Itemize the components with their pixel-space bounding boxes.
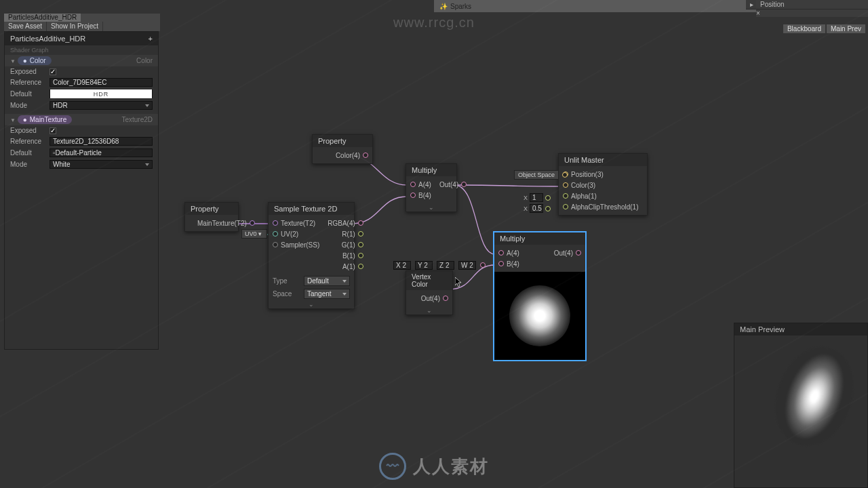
master-alpha-default[interactable]: X 1 (524, 193, 551, 202)
collapse-toggle[interactable]: ⌄ (406, 306, 452, 314)
dot-icon (562, 172, 568, 178)
port-label: RGBA(4) (328, 220, 355, 227)
port-b-in[interactable]: B(4) (498, 258, 536, 269)
alpha-value-field[interactable]: 1 (530, 193, 543, 202)
x-field[interactable]: X 2 (393, 261, 411, 270)
node-title: Unlit Master (559, 154, 647, 166)
space-label: Object Space (514, 170, 559, 180)
port-label: A(4) (507, 249, 519, 257)
port-alpha-in[interactable]: Alpha(1) (563, 190, 643, 201)
port-uv-in[interactable]: UV(2) (273, 228, 319, 239)
port-label: R(1) (342, 230, 355, 238)
port-label: G(1) (342, 241, 355, 249)
vector-default-chips: X 2 Y 2 Z 2 W 2 (393, 261, 486, 270)
port-alphaclip-in[interactable]: AlphaClipThreshold(1) (563, 201, 643, 212)
node-multiply-2[interactable]: Multiply A(4) B(4) Out(4) (494, 232, 586, 361)
node-unlit-master[interactable]: Unlit Master Position(3) Color(3) Alpha(… (558, 153, 648, 216)
watermark-logo: 〰 人人素材 (379, 453, 489, 480)
y-field[interactable]: Y 2 (415, 261, 433, 270)
port-label: AlphaClipThreshold(1) (571, 203, 639, 211)
port-label: B(4) (507, 260, 519, 268)
port-out[interactable]: Out(4) (544, 247, 581, 258)
port-r-out[interactable]: R(1) (328, 228, 363, 239)
port-color-out[interactable]: Color(4) (336, 150, 368, 161)
dot-icon (545, 195, 551, 201)
port-out[interactable]: Out(4) (421, 293, 448, 304)
node-title: Vertex Color (406, 271, 452, 290)
hierarchy-item-sparks[interactable]: ✨ Sparks (434, 1, 477, 12)
x-label: X (524, 205, 528, 212)
dot-icon (545, 206, 551, 211)
node-title: Multiply (406, 164, 456, 176)
port-label: B(1) (342, 252, 355, 260)
inspector-position: Position (756, 0, 868, 9)
port-label: UV(2) (281, 230, 298, 238)
collapse-toggle[interactable]: ⌄ (269, 300, 354, 308)
port-color-in[interactable]: Color(3) (563, 180, 643, 190)
position-label: Position (760, 1, 785, 8)
port-label: A(4) (418, 181, 431, 188)
watermark-text: 人人素材 (413, 455, 489, 479)
port-label: Position(3) (571, 171, 604, 178)
node-multiply-1[interactable]: Multiply A(4) B(4) Out(4) ⌄ (406, 163, 457, 212)
collapse-toggle[interactable]: ⌄ (406, 203, 456, 211)
type-label: Type (273, 277, 300, 285)
z-field[interactable]: Z 2 (437, 261, 454, 270)
node-title: Property (185, 203, 238, 215)
port-a-out[interactable]: A(1) (328, 261, 363, 272)
port-label: Out(4) (554, 249, 573, 257)
port-label: Alpha(1) (571, 192, 597, 200)
port-label: Out(4) (421, 295, 440, 302)
port-label: Color(4) (336, 152, 360, 159)
w-field[interactable]: W 2 (458, 261, 476, 270)
port-label: B(4) (418, 192, 431, 199)
sampletex-type-dropdown[interactable]: Default (304, 276, 350, 286)
port-label: Color(3) (571, 182, 595, 189)
port-label: A(1) (342, 263, 355, 270)
port-maintex-out[interactable]: MainTexture(T2) (197, 218, 255, 228)
node-title: Multiply (494, 232, 585, 245)
cursor-icon (455, 277, 463, 288)
port-out[interactable]: Out(4) (439, 179, 467, 190)
port-a-in[interactable]: A(4) (498, 247, 536, 258)
port-g-out[interactable]: G(1) (328, 239, 363, 250)
sampletex-space-dropdown[interactable]: Tangent (304, 289, 350, 299)
x-label: X (524, 195, 528, 201)
port-label: MainTexture(T2) (197, 220, 247, 227)
main-preview-viewport[interactable] (734, 336, 867, 487)
main-preview-title: Main Preview (734, 323, 867, 336)
node-title: Sample Texture 2D (269, 203, 354, 215)
clip-value-field[interactable]: 0.5 (530, 204, 543, 213)
node-vertex-color[interactable]: Vertex Color Out(4) ⌄ (406, 270, 453, 315)
node-property-maintex[interactable]: Property MainTexture(T2) (184, 202, 239, 232)
space-label: Space (273, 290, 300, 298)
port-label: Sampler(SS) (281, 241, 319, 249)
port-label: Texture(T2) (281, 220, 315, 227)
uv0-label: UV0 (245, 230, 257, 237)
vector-port-icon (480, 262, 486, 268)
port-b-out[interactable]: B(1) (328, 250, 363, 261)
port-position-in[interactable]: Position(3) (563, 169, 643, 180)
port-sampler-in[interactable]: Sampler(SS) (273, 239, 319, 250)
port-texture-in[interactable]: Texture(T2) (273, 218, 319, 228)
sparks-label: Sparks (450, 3, 471, 10)
port-b-in[interactable]: B(4) (410, 190, 431, 201)
node-property-color[interactable]: Property Color(4) (312, 134, 373, 164)
main-preview-panel[interactable]: Main Preview (734, 323, 868, 488)
master-clip-default[interactable]: X 0.5 (524, 204, 551, 213)
node-title: Property (313, 135, 372, 147)
node-preview (494, 272, 585, 360)
watermark-url: www.rrcg.cn (393, 15, 475, 30)
port-a-in[interactable]: A(4) (410, 179, 431, 190)
master-space-dropdown[interactable]: Object Space (514, 171, 568, 178)
node-sample-texture-2d[interactable]: Sample Texture 2D Texture(T2) UV(2) Samp… (268, 202, 355, 309)
port-rgba-out[interactable]: RGBA(4) (328, 218, 363, 228)
port-label: Out(4) (439, 181, 458, 188)
logo-icon: 〰 (379, 453, 406, 480)
